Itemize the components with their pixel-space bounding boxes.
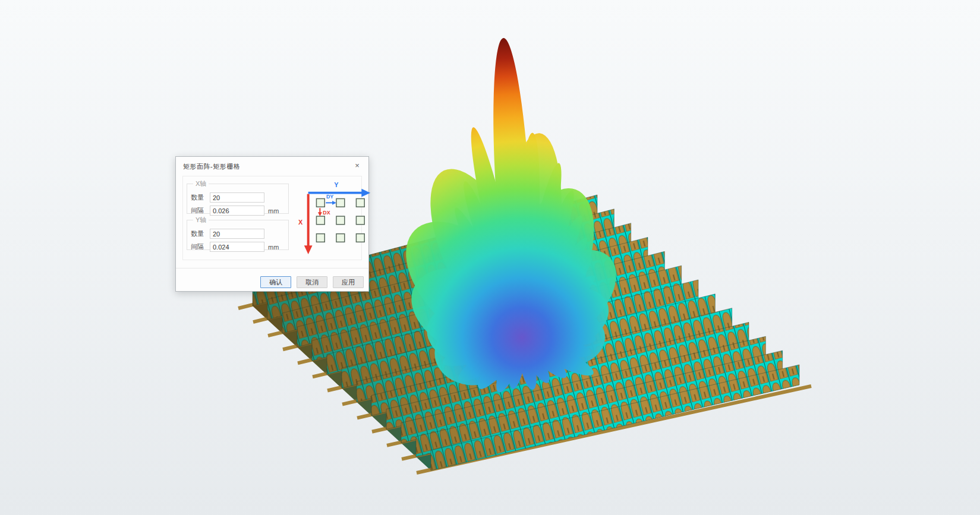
array-grid-dialog: 矩形面阵-矩形栅格 × X轴 数量 间隔 mm Y轴 数量 bbox=[175, 156, 369, 292]
dx-label: DX bbox=[323, 210, 330, 216]
dialog-title: 矩形面阵-矩形栅格 bbox=[183, 162, 240, 171]
y-axis-legend: Y轴 bbox=[193, 216, 209, 225]
x-axis-group: X轴 数量 间隔 mm bbox=[187, 179, 289, 214]
y-spacing-label: 间隔 bbox=[191, 242, 210, 251]
close-icon[interactable]: × bbox=[352, 160, 363, 171]
y-count-input[interactable] bbox=[210, 229, 264, 239]
dy-arrowhead bbox=[332, 201, 336, 205]
y-spacing-unit: mm bbox=[268, 244, 279, 251]
grid-schematic: Y X DY DX bbox=[295, 179, 373, 257]
x-spacing-label: 间隔 bbox=[191, 206, 210, 215]
x-axis-arrowhead bbox=[304, 245, 313, 254]
x-axis-label: X bbox=[298, 219, 303, 226]
x-count-label: 数量 bbox=[191, 193, 210, 202]
apply-button[interactable]: 应用 bbox=[333, 276, 364, 288]
cancel-button[interactable]: 取消 bbox=[297, 276, 327, 288]
dialog-body-panel: X轴 数量 间隔 mm Y轴 数量 间隔 bbox=[182, 176, 362, 260]
x-count-input[interactable] bbox=[210, 192, 264, 203]
dx-arrowhead bbox=[318, 212, 322, 216]
x-spacing-input[interactable] bbox=[210, 206, 264, 216]
x-spacing-unit: mm bbox=[268, 207, 279, 214]
axis-fields-column: X轴 数量 间隔 mm Y轴 数量 间隔 bbox=[187, 178, 289, 250]
confirm-button[interactable]: 确认 bbox=[260, 276, 291, 288]
y-axis-group: Y轴 数量 间隔 mm bbox=[187, 216, 289, 250]
element-grid bbox=[316, 198, 364, 242]
dialog-footer: 确认 取消 应用 bbox=[176, 268, 368, 291]
y-axis-label: Y bbox=[334, 181, 339, 188]
viewport-3d[interactable] bbox=[0, 0, 980, 515]
y-count-label: 数量 bbox=[191, 229, 210, 238]
dy-label: DY bbox=[326, 194, 333, 200]
x-axis-legend: X轴 bbox=[193, 179, 209, 188]
y-axis-arrowhead bbox=[361, 189, 370, 197]
y-spacing-input[interactable] bbox=[210, 242, 264, 252]
